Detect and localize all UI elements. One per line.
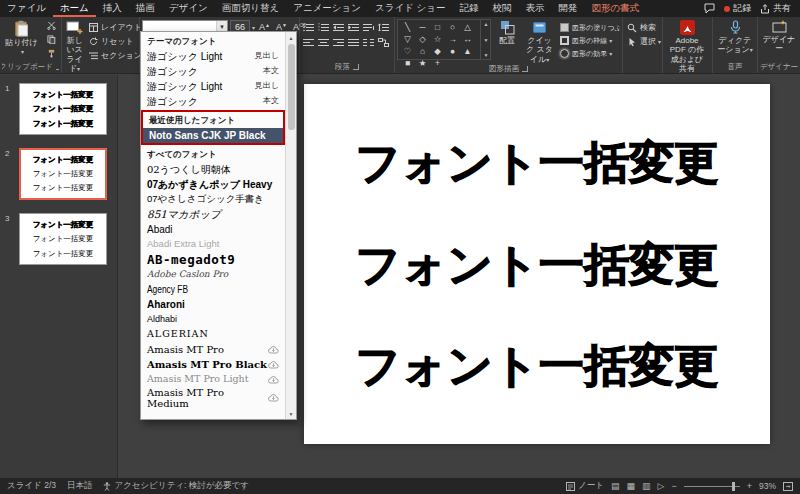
ribbon-tab[interactable]: 記録 [453,0,486,17]
shape-effects-button[interactable]: 図形の効果 [558,47,620,60]
share-button[interactable]: 共有 [760,2,791,15]
bullets-button[interactable] [302,21,315,33]
drawing-dialog-launcher[interactable] [522,66,528,72]
thumbnail-preview[interactable]: フォント一括変更 フォント一括変更 フォント一括変更 [19,83,107,135]
thumbnail-preview[interactable]: フォント一括変更 フォント一括変更 フォント一括変更 [19,213,107,265]
font-option[interactable]: Agency FB [141,282,285,297]
record-button[interactable]: 記録 [724,2,751,15]
numbering-button[interactable] [317,21,330,33]
shape-icon[interactable]: △ [460,21,475,33]
ribbon-tab[interactable]: 校閲 [486,0,519,17]
shape-icon[interactable]: ╲ [400,21,415,33]
slide-text-line[interactable]: フォント一括変更 [355,343,719,388]
slide-thumbnail-1[interactable]: 1 フォント一括変更 フォント一括変更 フォント一括変更 [0,83,117,135]
shape-icon[interactable]: → [445,33,460,45]
font-option[interactable]: 游ゴシック Light 見出し [141,79,285,94]
align-right-button[interactable] [332,36,345,48]
shape-icon[interactable]: ● [445,45,460,57]
ribbon-tab[interactable]: 画面切り替え [215,0,286,17]
ribbon-tab[interactable]: 挿入 [96,0,129,17]
thumbnail-preview[interactable]: フォント一括変更 フォント一括変更 フォント一括変更 [19,148,107,200]
shape-icon[interactable]: ⌂ [415,45,430,57]
cut-button[interactable] [43,19,59,32]
zoom-slider-thumb[interactable] [732,482,735,491]
font-option[interactable]: ALGERIAN [141,327,285,342]
font-option[interactable]: 07やさしさゴシック手書き [141,192,285,207]
language-indicator[interactable]: 日本語 [67,480,93,492]
find-button[interactable]: 検索 [625,21,663,34]
font-option[interactable]: Amasis MT Pro Light [141,372,285,387]
align-center-button[interactable] [317,36,330,48]
arrange-button[interactable]: 配置 [493,19,521,46]
zoom-slider[interactable] [684,486,740,487]
slide-text-line[interactable]: フォント一括変更 [355,242,719,287]
align-left-button[interactable] [302,36,315,48]
comment-icon[interactable] [704,3,715,14]
font-option[interactable]: 07あかずきんポップ Heavy [141,177,285,192]
shape-icon[interactable]: ◆ [430,45,445,57]
reading-view-button[interactable] [642,481,651,491]
paste-button[interactable]: 貼り付け [2,19,41,58]
shape-icon[interactable]: ▽ [400,33,415,45]
zoom-in-button[interactable]: + [747,481,752,491]
accessibility-status[interactable]: アクセシビリティ: 検討が必要です [103,480,248,492]
paragraph-dialog-launcher[interactable] [353,64,359,70]
font-list-scrollbar[interactable]: ▲ ▼ [285,32,296,419]
ribbon-tab[interactable]: デザイン [162,0,215,17]
text-direction-button[interactable] [362,21,375,33]
shape-icon[interactable]: ♡ [400,45,415,57]
slide-text-line[interactable]: フォント一括変更 [355,140,719,185]
shape-fill-button[interactable]: 図形の塗りつぶし [558,21,620,34]
justify-button[interactable] [347,36,360,48]
font-option[interactable]: 游ゴシック 本文 [141,94,285,109]
font-option[interactable]: Abadi [141,222,285,237]
shapes-gallery-scrollbar[interactable]: ▲ ▼ ▼ [480,20,490,59]
shape-icon[interactable]: ○ [445,21,460,33]
new-slide-button[interactable]: 新しいスライド [64,19,85,75]
font-option[interactable]: AB-megadot9 [141,252,285,267]
zoom-level[interactable]: 93% [759,481,776,491]
designer-button[interactable]: デザイナー [760,19,798,55]
slideshow-button[interactable] [658,481,665,491]
ribbon-tab[interactable]: 描画 [129,0,162,17]
slide-sorter-view-button[interactable] [627,481,636,491]
notes-button[interactable]: ノート [566,480,604,492]
columns-button[interactable] [362,36,375,48]
zoom-out-button[interactable]: − [671,481,676,491]
fit-to-window-icon[interactable] [783,482,793,491]
copy-button[interactable] [43,33,59,46]
font-option[interactable]: Abadi Extra Light [141,237,285,252]
scroll-down-icon[interactable]: ▼ [286,408,296,419]
shape-icon[interactable]: ☆ [430,33,445,45]
select-button[interactable]: 選択 [625,35,663,48]
smartart-convert-button[interactable] [377,36,390,48]
ribbon-tab[interactable]: スライド ショー [368,0,452,17]
font-option[interactable]: 851マカポップ [141,207,285,222]
slide-canvas[interactable]: フォント一括変更 フォント一括変更 フォント一括変更 [304,84,770,444]
ribbon-tab[interactable]: 表示 [519,0,552,17]
scrollbar-thumb[interactable] [288,44,295,130]
quick-styles-button[interactable]: クイック スタイル [523,19,556,65]
indent-decrease-button[interactable] [332,21,345,33]
clipboard-dialog-launcher[interactable] [56,64,59,70]
gallery-more-icon[interactable]: ▼ [483,52,488,58]
ribbon-tab[interactable]: アニメーション [286,0,368,17]
font-option[interactable]: Amasis MT Pro Medium [141,387,285,409]
ribbon-tab[interactable]: 開発 [552,0,585,17]
shape-outline-button[interactable]: 図形の枠線 [558,34,620,47]
font-option[interactable]: Aharoni [141,297,285,312]
ribbon-tab[interactable]: ファイル [0,0,53,17]
scroll-up-icon[interactable]: ▲ [483,21,488,27]
slide-thumbnail-2[interactable]: 2 フォント一括変更 フォント一括変更 フォント一括変更 [0,148,117,200]
shape-icon[interactable]: ◇ [415,33,430,45]
shape-icon[interactable]: ─ [415,21,430,33]
slide-thumbnail-3[interactable]: 3 フォント一括変更 フォント一括変更 フォント一括変更 [0,213,117,265]
create-pdf-button[interactable]: Adobe PDF の作成および共有 [665,19,709,75]
scroll-down-icon[interactable]: ▼ [483,37,488,43]
line-spacing-button[interactable] [377,21,390,33]
font-option[interactable]: Aldhabi [141,312,285,327]
font-option[interactable]: 游ゴシック Light 見出し [141,49,285,64]
ribbon-tab[interactable]: ホーム [53,0,96,17]
font-option[interactable]: Amasis MT Pro Black [141,357,285,372]
font-option[interactable]: Amasis MT Pro [141,342,285,357]
